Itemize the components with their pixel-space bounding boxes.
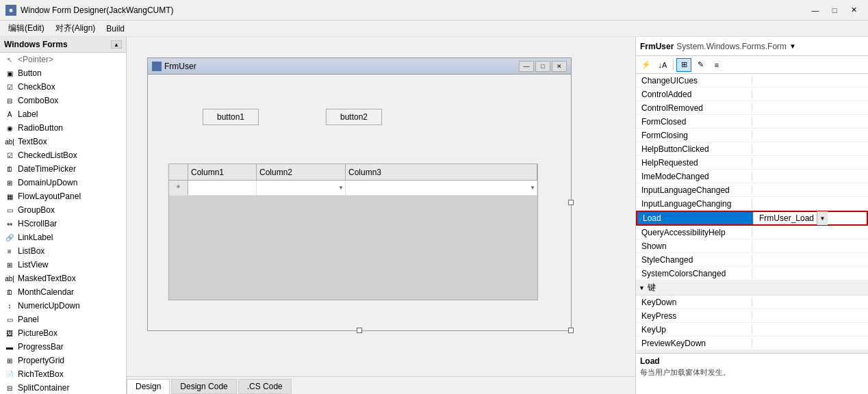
toolbox-item-numericupdown[interactable]: ↕ NumericUpDown xyxy=(0,299,126,313)
form-window[interactable]: FrmUser — □ ✕ button1 button2 Column1 xyxy=(147,57,572,331)
section-collapse-icon[interactable]: ▼ xyxy=(639,285,645,291)
prop-row-helprequested[interactable]: HelpRequested xyxy=(636,156,868,170)
prop-row-controlremoved[interactable]: ControlRemoved xyxy=(636,101,868,115)
prop-footer-name: Load xyxy=(640,356,864,366)
title-bar: ■ Window Form Designer(JackWangCUMT) — □… xyxy=(0,0,868,21)
menu-edit[interactable]: 编辑(Edit) xyxy=(3,21,50,36)
load-dropdown-btn[interactable]: ▼ xyxy=(817,211,828,225)
toolbox-item-maskedtextbox[interactable]: ab| MaskedTextBox xyxy=(0,272,126,285)
monthcalendar-icon: 🗓 xyxy=(4,287,15,298)
prop-class-name: FrmUser xyxy=(640,42,674,51)
toolbox-item-hscrollbar[interactable]: ⇔ HScrollBar xyxy=(0,217,126,231)
combobox-icon: ⊟ xyxy=(4,95,15,106)
toolbox-item-button[interactable]: ▣ Button xyxy=(0,66,126,80)
grid-cell-1-3[interactable]: ▼ xyxy=(346,181,537,195)
radiobutton-icon: ◉ xyxy=(4,122,15,133)
selection-handle-right[interactable] xyxy=(568,200,574,205)
bottom-tabs-bar: Design Design Code .CS Code xyxy=(127,376,635,394)
menu-align[interactable]: 对齐(Align) xyxy=(50,21,101,36)
toolbox-item-picturebox[interactable]: 🖼 PictureBox xyxy=(0,326,126,340)
prop-row-systemcolorschanged[interactable]: SystemColorsChanged xyxy=(636,267,868,280)
form-close[interactable]: ✕ xyxy=(552,61,567,72)
prop-row-controladded[interactable]: ControlAdded xyxy=(636,88,868,101)
prop-row-load[interactable]: Load FrmUser_Load ▼ xyxy=(636,211,868,226)
tab-design[interactable]: Design xyxy=(127,379,170,394)
prop-type-dropdown[interactable]: ▼ xyxy=(789,42,796,50)
prop-row-keydown[interactable]: KeyDown xyxy=(636,296,868,309)
panel-icon: ▭ xyxy=(4,314,15,325)
toolbox-item-label[interactable]: A Label xyxy=(0,107,126,121)
prop-list: ChangeUICues ControlAdded ControlRemoved… xyxy=(636,74,868,353)
toolbox-item-progressbar[interactable]: ▬ ProgressBar xyxy=(0,340,126,354)
pointer-icon: ↖ xyxy=(4,54,15,65)
prop-tool-sort[interactable]: ↓A xyxy=(655,58,670,72)
prop-row-inputlangchanging[interactable]: InputLanguageChanging xyxy=(636,197,868,211)
toolbox-item-richtextbox[interactable]: 📄 RichTextBox xyxy=(0,367,126,381)
prop-row-keyup[interactable]: KeyUp xyxy=(636,323,868,337)
designer-area: FrmUser — □ ✕ button1 button2 Column1 xyxy=(127,37,635,394)
toolbox-item-domainupdown[interactable]: ⊞ DomainUpDown xyxy=(0,176,126,189)
toolbox-item-datetimepicker[interactable]: 🗓 DateTimePicker xyxy=(0,162,126,176)
toolbox-item-combobox[interactable]: ⊟ ComboBox xyxy=(0,94,126,107)
prop-row-inputlangchanged[interactable]: InputLanguageChanged xyxy=(636,183,868,197)
prop-tool-pages[interactable]: ≡ xyxy=(709,58,724,72)
toolbox-item-linklabel[interactable]: 🔗 LinkLabel xyxy=(0,231,126,244)
toolbox-item-radiobutton[interactable]: ◉ RadioButton xyxy=(0,121,126,135)
form-restore[interactable]: □ xyxy=(535,61,550,72)
form-button2[interactable]: button2 xyxy=(326,109,382,125)
toolbox: Windows Forms ▲ ↖ <Pointer> ▣ Button ☑ C… xyxy=(0,37,127,394)
toolbox-item-textbox[interactable]: ab| TextBox xyxy=(0,135,126,148)
maximize-button[interactable]: □ xyxy=(826,3,843,17)
toolbox-item-flowlayoutpanel[interactable]: ▦ FlowLayoutPanel xyxy=(0,189,126,203)
grid-new-row: * ▼ ▼ xyxy=(169,181,537,196)
toolbox-item-listbox[interactable]: ≡ ListBox xyxy=(0,244,126,258)
toolbox-item-monthcalendar[interactable]: 🗓 MonthCalendar xyxy=(0,285,126,299)
toolbox-item-pointer[interactable]: ↖ <Pointer> xyxy=(0,53,126,66)
tab-design-code[interactable]: Design Code xyxy=(171,379,236,394)
form-button1[interactable]: button1 xyxy=(203,109,259,125)
form-app-icon xyxy=(152,62,162,71)
main-layout: Windows Forms ▲ ↖ <Pointer> ▣ Button ☑ C… xyxy=(0,37,868,394)
form-minimize[interactable]: — xyxy=(519,61,534,72)
toolbox-item-splitcontainer[interactable]: ⊟ SplitContainer xyxy=(0,381,126,394)
linklabel-icon: 🔗 xyxy=(4,232,15,243)
toolbox-item-listview[interactable]: ⊞ ListView xyxy=(0,258,126,272)
menu-build[interactable]: Build xyxy=(101,23,130,35)
prop-row-shown[interactable]: Shown xyxy=(636,239,868,253)
prop-tool-events[interactable]: ⚡ xyxy=(639,58,654,72)
prop-load-name: Load xyxy=(637,212,754,224)
prop-row-helpbuttonclicked[interactable]: HelpButtonClicked xyxy=(636,142,868,156)
toolbox-item-panel[interactable]: ▭ Panel xyxy=(0,313,126,326)
prop-load-value[interactable]: FrmUser_Load ▼ xyxy=(754,211,867,225)
flowlayoutpanel-icon: ▦ xyxy=(4,191,15,202)
prop-tool-categorized[interactable]: ⊞ xyxy=(676,58,691,72)
close-button[interactable]: ✕ xyxy=(845,3,863,17)
grid-body xyxy=(169,196,537,300)
prop-row-queryaccessibility[interactable]: QueryAccessibilityHelp xyxy=(636,226,868,239)
groupbox-icon: ▭ xyxy=(4,205,15,215)
prop-tool-properties[interactable]: ✎ xyxy=(693,58,708,72)
selection-handle-bottom-center[interactable] xyxy=(357,328,362,333)
prop-row-previewkeydown[interactable]: PreviewKeyDown xyxy=(636,337,868,350)
prop-row-stylechanged[interactable]: StyleChanged xyxy=(636,253,868,267)
prop-row-keypress[interactable]: KeyPress xyxy=(636,309,868,323)
prop-row-formclosing[interactable]: FormClosing xyxy=(636,129,868,142)
prop-row-changeuicues[interactable]: ChangeUICues xyxy=(636,74,868,88)
data-grid[interactable]: Column1 Column2 Column3 * ▼ ▼ xyxy=(168,163,538,300)
selection-handle-bottom-right[interactable] xyxy=(568,328,574,333)
toolbox-item-propertygrid[interactable]: ⊞ PropertyGrid xyxy=(0,354,126,367)
toolbox-scroll-up[interactable]: ▲ xyxy=(111,40,122,49)
grid-col1-header: Column1 xyxy=(188,164,257,180)
grid-cell-1-1[interactable] xyxy=(188,181,257,195)
dropdown-arrow2: ▼ xyxy=(530,185,535,191)
prop-row-imemodechanged[interactable]: ImeModeChanged xyxy=(636,170,868,183)
window-title: Window Form Designer(JackWangCUMT) xyxy=(21,5,174,15)
toolbox-item-groupbox[interactable]: ▭ GroupBox xyxy=(0,203,126,217)
toolbox-item-checkedlistbox[interactable]: ☑ CheckedListBox xyxy=(0,148,126,162)
tab-cs-code[interactable]: .CS Code xyxy=(238,379,292,394)
checkbox-icon: ☑ xyxy=(4,81,15,92)
toolbox-item-checkbox[interactable]: ☑ CheckBox xyxy=(0,80,126,94)
grid-cell-1-2[interactable]: ▼ xyxy=(257,181,346,195)
prop-row-formclosed[interactable]: FormClosed xyxy=(636,115,868,129)
minimize-button[interactable]: — xyxy=(806,3,824,17)
